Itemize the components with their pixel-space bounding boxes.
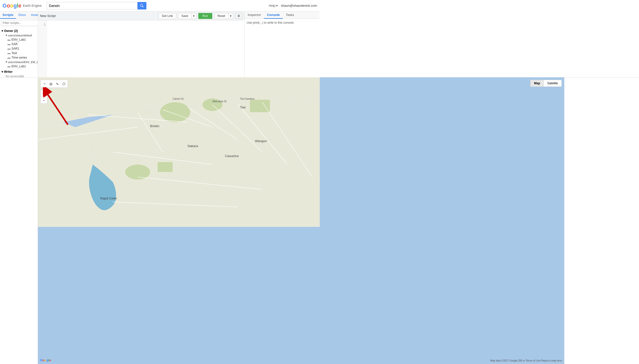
bottom-section: Tiwi Brinkin Nakara Casuarina Wanguri Ra…: [0, 77, 320, 182]
console-message: Use print(...) to write to this console.: [247, 21, 294, 24]
script-test[interactable]: ▬ Test: [2, 51, 36, 55]
left-bottom-spacer: [0, 77, 38, 182]
svg-text:Nakara: Nakara: [188, 144, 198, 148]
zoom-out-button[interactable]: -: [41, 97, 47, 104]
search-bar: [47, 2, 146, 10]
zoom-controls: + -: [41, 90, 68, 104]
map-svg: Tiwi Brinkin Nakara Casuarina Wanguri Ra…: [38, 77, 320, 182]
save-split-button: Save ▾: [178, 13, 196, 19]
gear-icon: ⚙: [237, 14, 240, 18]
tab-docs[interactable]: Docs: [16, 12, 29, 19]
writer-header[interactable]: ▾ Writer: [2, 70, 36, 74]
tab-console[interactable]: Console: [264, 12, 283, 19]
svg-text:Tiwi: Tiwi: [240, 106, 246, 109]
script-env-lab1-env[interactable]: ▬ ENV_Lab1: [2, 64, 36, 68]
search-button[interactable]: [137, 2, 146, 10]
owner-section: ▾ Owner (2) ▾ users/shaun/default ▬ ENV_…: [0, 28, 38, 69]
map-tools: ☜ ◎ ∿ ⬡: [41, 80, 68, 88]
line-tool[interactable]: ∿: [54, 81, 60, 87]
app-logo: Google Earth Engine: [3, 2, 42, 9]
google-logo-text: Google: [3, 2, 22, 9]
svg-point-6: [160, 102, 190, 122]
folder-icon: ▬: [8, 64, 11, 68]
right-tabs: Inspector Console Tasks: [245, 12, 320, 19]
script-env-lab1[interactable]: ▬ ENV_Lab1: [2, 38, 36, 42]
filter-scripts-input[interactable]: [1, 20, 42, 26]
shape-tool[interactable]: ⬡: [61, 81, 67, 87]
map-area: Tiwi Brinkin Nakara Casuarina Wanguri Ra…: [38, 77, 320, 182]
earth-engine-label: Earth Engine: [23, 4, 42, 8]
topbar-right: Help ▾ shaun@shaunlevick.com: [269, 4, 317, 8]
svg-text:Tiwi Gardens: Tiwi Gardens: [240, 98, 255, 100]
tab-scripts[interactable]: Scripts: [0, 12, 16, 19]
svg-text:Calvert St: Calvert St: [173, 98, 184, 100]
help-button[interactable]: Help ▾: [269, 4, 278, 8]
user-account[interactable]: shaun@shaunlevick.com: [281, 4, 317, 8]
tab-inspector[interactable]: Inspector: [245, 12, 264, 19]
folder-icon: ▬: [8, 42, 11, 46]
topbar: Google Earth Engine Help ▾ shaun@shaunle…: [0, 0, 320, 12]
svg-text:Brinkin: Brinkin: [150, 124, 159, 128]
chevron-down-icon: ▾: [6, 60, 7, 64]
filter-row: NEW ▾: [0, 19, 38, 27]
reset-button[interactable]: Reset: [214, 13, 228, 19]
run-button[interactable]: Run: [198, 13, 212, 19]
zoom-in-button[interactable]: +: [41, 90, 47, 97]
folder-icon: ▬: [8, 51, 11, 55]
folder-icon: ▬: [8, 56, 11, 59]
svg-text:Wanguri: Wanguri: [255, 139, 267, 143]
get-link-button[interactable]: Get Link: [159, 13, 176, 19]
map-controls: ☜ ◎ ∿ ⬡ + -: [41, 80, 68, 104]
reset-dropdown-button[interactable]: ▾: [228, 13, 233, 19]
script-sar[interactable]: ▬ SAR: [2, 42, 36, 46]
code-toolbar: New Script Get Link Save ▾ Run Reset ▾ ⚙: [38, 12, 244, 20]
owner-header[interactable]: ▾ Owner (2): [2, 29, 36, 33]
save-dropdown-button[interactable]: ▾: [191, 13, 196, 19]
pin-tool[interactable]: ◎: [48, 81, 54, 87]
settings-button[interactable]: ⚙: [235, 13, 242, 19]
svg-rect-8: [250, 100, 270, 112]
left-tabs: Scripts Docs Assets: [0, 12, 38, 19]
script-sar1[interactable]: ▬ SAR1: [2, 46, 36, 51]
line-number: 1: [39, 22, 46, 27]
svg-text:Marrakai St: Marrakai St: [213, 100, 227, 103]
svg-line-1: [142, 6, 143, 7]
chevron-down-icon: ▾: [2, 70, 3, 74]
chevron-down-icon: ▾: [2, 29, 3, 33]
folder-icon: ▬: [8, 47, 11, 50]
svg-rect-9: [158, 162, 173, 172]
users-shaun-env-folder[interactable]: ▾ users/shaun/ENV_EM_2017: [2, 60, 36, 64]
reset-split-button: Reset ▾: [214, 13, 233, 19]
tab-tasks[interactable]: Tasks: [283, 12, 297, 19]
chevron-down-icon: ▾: [276, 4, 278, 8]
hand-tool[interactable]: ☜: [42, 81, 47, 87]
map-visual[interactable]: Tiwi Brinkin Nakara Casuarina Wanguri Ra…: [38, 77, 320, 182]
svg-text:Casuarina: Casuarina: [225, 154, 239, 158]
script-time-series[interactable]: ▬ Time-series: [2, 55, 36, 60]
folder-icon: ▬: [8, 38, 11, 42]
script-title: New Script: [40, 14, 157, 18]
search-input[interactable]: [47, 2, 137, 10]
users-shaun-default-folder[interactable]: ▾ users/shaun/default: [2, 33, 36, 38]
save-button[interactable]: Save: [178, 13, 191, 19]
chevron-down-icon: ▾: [6, 34, 7, 37]
svg-point-0: [140, 4, 143, 6]
